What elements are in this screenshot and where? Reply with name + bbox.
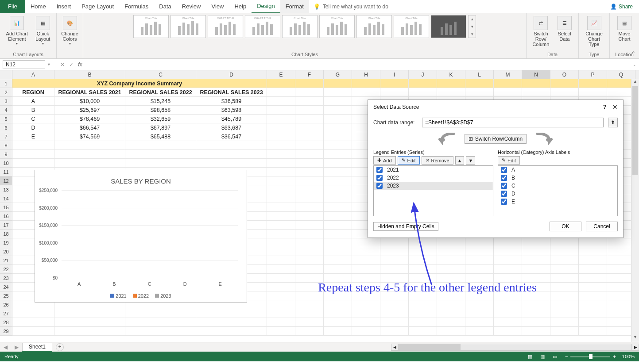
row-header[interactable]: 13 <box>0 185 12 194</box>
cell[interactable] <box>54 159 125 168</box>
add-chart-element-button[interactable]: 📊 Add Chart Element ▾ <box>4 15 31 46</box>
cell[interactable] <box>409 309 437 318</box>
cell[interactable] <box>465 247 494 256</box>
chart-style-7[interactable]: Chart Title <box>356 15 392 38</box>
cell[interactable] <box>579 274 607 283</box>
page-layout-view-icon[interactable]: ▥ <box>538 354 546 360</box>
cell[interactable]: A <box>12 97 54 106</box>
add-series-button[interactable]: ✚Add <box>373 156 396 165</box>
series-checkbox[interactable] <box>376 167 383 173</box>
cell[interactable] <box>267 221 295 230</box>
col-header-p[interactable]: P <box>579 70 607 79</box>
cell[interactable] <box>12 141 54 150</box>
category-checkbox[interactable] <box>501 199 507 205</box>
move-down-button[interactable]: ▼ <box>466 156 475 165</box>
tab-insert[interactable]: Insert <box>51 0 77 13</box>
cell[interactable]: $65,488 <box>125 132 196 141</box>
cell[interactable]: $25,697 <box>54 106 125 115</box>
name-box[interactable]: N12 <box>3 60 45 69</box>
cell[interactable] <box>522 247 550 256</box>
cell[interactable] <box>267 106 295 115</box>
cell[interactable] <box>352 256 380 265</box>
cell[interactable]: $98,658 <box>125 106 196 115</box>
cell[interactable] <box>267 309 295 318</box>
cell-title[interactable]: XYZ Company Income Summary <box>12 79 267 88</box>
cell[interactable] <box>550 327 579 336</box>
row-header[interactable]: 16 <box>0 212 12 221</box>
cell[interactable] <box>409 79 437 88</box>
cell[interactable]: $32,659 <box>125 115 196 123</box>
cell[interactable] <box>267 318 295 327</box>
row-header[interactable]: 9 <box>0 150 12 159</box>
series-item-2021[interactable]: 2021 <box>374 166 493 174</box>
cell[interactable] <box>12 309 54 318</box>
col-header-n[interactable]: N <box>522 70 550 79</box>
share-button[interactable]: Share <box>619 4 633 10</box>
cell[interactable] <box>324 159 352 168</box>
cell[interactable] <box>267 283 295 291</box>
cell[interactable] <box>550 291 579 300</box>
cell[interactable] <box>12 327 54 336</box>
row-header[interactable]: 3 <box>0 97 12 106</box>
move-up-button[interactable]: ▲ <box>455 156 465 165</box>
cell[interactable]: $67,897 <box>125 123 196 132</box>
chart-style-6[interactable]: Chart Title <box>319 15 355 38</box>
cell[interactable] <box>295 123 324 132</box>
add-sheet-button[interactable]: + <box>56 343 64 351</box>
series-item-2022[interactable]: 2022 <box>374 174 493 182</box>
cell[interactable] <box>267 203 295 212</box>
cell[interactable] <box>267 185 295 194</box>
cell[interactable] <box>550 318 579 327</box>
cell[interactable] <box>409 256 437 265</box>
category-list[interactable]: ABCDE <box>498 165 618 216</box>
cell[interactable] <box>267 150 295 159</box>
cell[interactable] <box>352 238 380 247</box>
change-chart-type-button[interactable]: 📈 Change Chart Type <box>582 15 606 48</box>
cell[interactable] <box>125 327 196 336</box>
tell-me-input[interactable]: Tell me what you want to do <box>323 4 388 10</box>
cell[interactable] <box>125 150 196 159</box>
tab-help[interactable]: Help <box>229 0 252 13</box>
cancel-button[interactable]: Cancel <box>586 222 618 231</box>
category-checkbox[interactable] <box>501 175 507 181</box>
col-header-l[interactable]: L <box>465 70 494 79</box>
cell[interactable] <box>295 212 324 221</box>
cell[interactable] <box>324 194 352 203</box>
cell[interactable] <box>380 88 409 97</box>
series-item-2023[interactable]: 2023 <box>374 182 493 190</box>
cell[interactable] <box>125 309 196 318</box>
cell[interactable] <box>550 309 579 318</box>
cell[interactable] <box>295 221 324 230</box>
cell[interactable]: $10,000 <box>54 97 125 106</box>
cell[interactable] <box>295 176 324 185</box>
cell[interactable] <box>54 318 125 327</box>
zoom-slider[interactable] <box>570 356 610 357</box>
cell[interactable] <box>125 318 196 327</box>
row-header[interactable]: 14 <box>0 194 12 203</box>
cell[interactable] <box>494 247 522 256</box>
cell[interactable]: E <box>12 132 54 141</box>
cell[interactable] <box>465 88 494 97</box>
page-break-view-icon[interactable]: ▭ <box>551 354 559 360</box>
row-header[interactable]: 22 <box>0 265 12 274</box>
category-item-B[interactable]: B <box>498 174 617 182</box>
tab-format[interactable]: Format <box>280 0 309 13</box>
gallery-more[interactable]: ▴▾▾ <box>468 15 476 38</box>
cell[interactable] <box>465 300 494 309</box>
fx-icon[interactable]: fx <box>77 61 84 68</box>
cell[interactable] <box>380 265 409 274</box>
cell[interactable] <box>352 265 380 274</box>
cell[interactable] <box>352 79 380 88</box>
cell[interactable] <box>494 88 522 97</box>
cell[interactable] <box>295 327 324 336</box>
chart-style-5[interactable]: Chart Title <box>282 15 318 38</box>
select-all-corner[interactable] <box>0 70 12 79</box>
row-header[interactable]: 29 <box>0 327 12 336</box>
cell[interactable] <box>494 327 522 336</box>
cell[interactable] <box>579 88 607 97</box>
cell[interactable] <box>409 88 437 97</box>
cell[interactable] <box>522 300 550 309</box>
cell[interactable] <box>437 238 465 247</box>
category-item-A[interactable]: A <box>498 166 617 174</box>
cell[interactable] <box>267 238 295 247</box>
